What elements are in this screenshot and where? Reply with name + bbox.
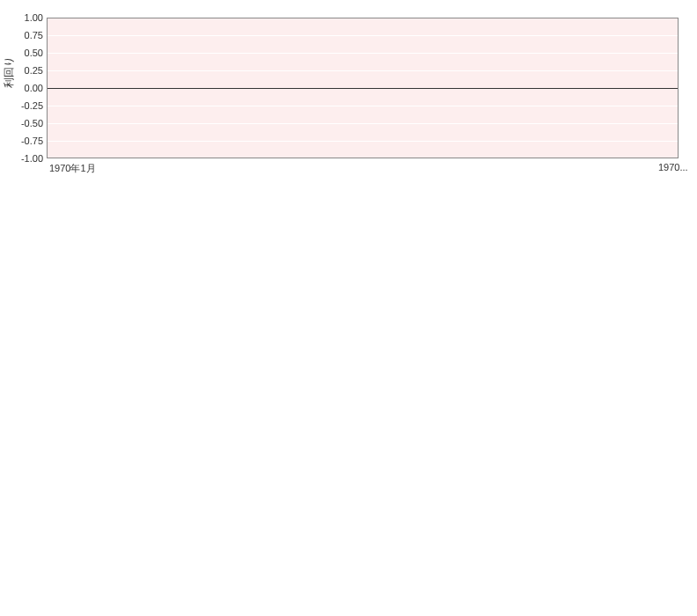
y-axis-label: 利回り: [2, 56, 17, 88]
x-tick-label: 1970...: [658, 162, 688, 172]
y-tick-label: -0.50: [4, 119, 43, 128]
gridline: [48, 106, 678, 106]
y-tick-label: -0.75: [4, 136, 43, 145]
gridline: [48, 70, 678, 71]
gridline: [48, 53, 678, 54]
gridline: [48, 123, 678, 124]
y-tick-label: -1.00: [4, 154, 43, 163]
y-tick-label: 1.00: [4, 13, 43, 22]
zero-line: [48, 88, 678, 89]
gridline: [48, 141, 678, 142]
plot-area: [47, 18, 679, 158]
x-tick-label: 1970年1月: [49, 162, 96, 175]
gridline: [48, 35, 678, 36]
chart-container: 1.00 0.75 0.50 0.25 0.00 -0.25 -0.50 -0.…: [0, 0, 697, 616]
y-tick-label: 0.75: [4, 31, 43, 40]
y-tick-label: -0.25: [4, 101, 43, 110]
y-axis-label-text: 利回り: [3, 56, 15, 88]
